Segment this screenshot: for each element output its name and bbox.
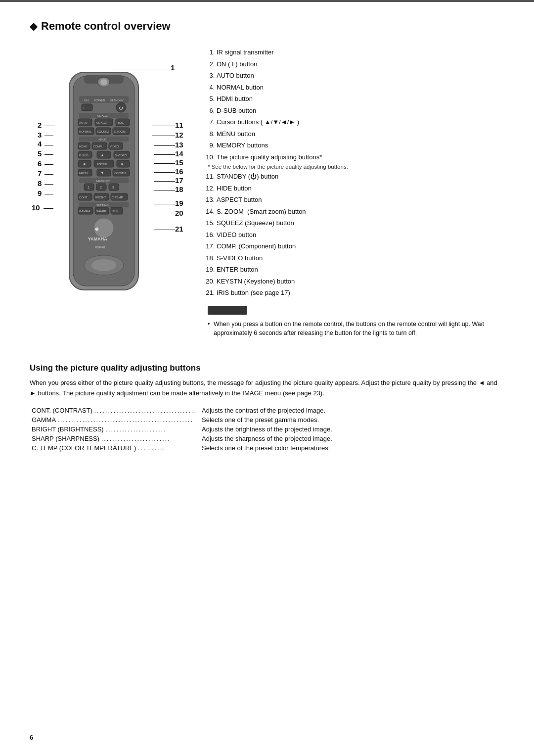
svg-text:SQUEEZ: SQUEEZ: [97, 130, 109, 133]
svg-text:⏻: ⏻: [119, 106, 123, 110]
quality-section-intro: When you press either of the picture qua…: [30, 378, 504, 399]
quality-label: BRIGHT (BRIGHTNESS) ....................…: [30, 425, 199, 434]
svg-text:MEMORY: MEMORY: [96, 180, 110, 183]
svg-text:ON: ON: [84, 99, 89, 102]
quality-label: SHARP (SHARPNESS) ......................…: [30, 434, 199, 443]
callout-17: 17: [175, 176, 183, 185]
list-item: MEMORY buttons: [217, 141, 504, 150]
items-list-2: STANDBY (⏻) button HIDE button ASPECT bu…: [208, 172, 504, 298]
list-item: IR signal transmitter: [217, 47, 504, 57]
callout-10: 10: [32, 203, 40, 212]
list-item: Cursor buttons ( ▲/▼/◄/► ): [217, 117, 504, 127]
svg-text:⊛: ⊛: [95, 227, 99, 232]
list-item: VIDEO button: [217, 230, 504, 240]
quality-table: CONT. (CONTRAST) .......................…: [30, 406, 504, 453]
page-number: 6: [30, 734, 33, 741]
svg-text:►: ►: [121, 162, 125, 166]
list-item: SQUEEZ (Squeeze) button: [217, 218, 504, 228]
remote-diagram: ON POWER STANDBY I ⏻ ASPECT AUTO ASPECT …: [30, 43, 188, 320]
quality-desc: Selects one of the preset gamma modes.: [199, 415, 504, 425]
section-title: ◆ Remote control overview: [30, 20, 504, 33]
quality-label: C. TEMP (COLOR TEMPERATURE) ..........: [30, 443, 199, 453]
list-item: HDMI button: [217, 94, 504, 104]
svg-text:ASPECT: ASPECT: [96, 121, 108, 124]
table-row: C. TEMP (COLOR TEMPERATURE) .......... S…: [30, 443, 504, 453]
section-title-text: Remote control overview: [41, 20, 171, 33]
list-item: NORMAL button: [217, 83, 504, 93]
info-box: [208, 306, 247, 315]
svg-text:RDP-81: RDP-81: [95, 246, 106, 249]
svg-text:2: 2: [100, 186, 102, 189]
svg-text:▼: ▼: [100, 171, 104, 175]
list-item: The picture quality adjusting buttons*: [217, 152, 504, 162]
list-item: D-SUB button: [217, 106, 504, 116]
quality-desc: Adjusts the contrast of the projected im…: [199, 406, 504, 415]
callout-13: 13: [175, 141, 183, 149]
table-row: CONT. (CONTRAST) .......................…: [30, 406, 504, 415]
callout-5: 5: [38, 149, 42, 158]
list-item: ON ( I ) button: [217, 59, 504, 69]
list-item: MENU button: [217, 129, 504, 139]
svg-text:3: 3: [112, 186, 114, 189]
callout-4: 4: [38, 140, 42, 148]
callout-14: 14: [175, 149, 183, 158]
svg-text:▲: ▲: [100, 153, 104, 157]
list-item: IRIS button (see page 17): [217, 288, 504, 298]
info-note: When you press a button on the remote co…: [208, 320, 504, 338]
table-row: BRIGHT (BRIGHTNESS) ....................…: [30, 425, 504, 434]
list-item: STANDBY (⏻) button: [217, 172, 504, 182]
callout-15: 15: [175, 158, 183, 167]
callout-11: 11: [175, 121, 183, 129]
callout-7: 7: [38, 169, 42, 178]
svg-text:IRIS: IRIS: [112, 210, 118, 213]
svg-text:ENTER: ENTER: [97, 163, 107, 166]
quality-label: GAMMA ..................................…: [30, 415, 199, 425]
callout-1: 1: [171, 63, 175, 72]
svg-point-4: [100, 79, 107, 85]
svg-text:VIDEO: VIDEO: [110, 145, 119, 148]
asterisk-note: * See the below for the picture quality …: [208, 164, 504, 170]
quality-desc: Adjusts the sharpness of the projected i…: [199, 434, 504, 443]
quality-section: Using the picture quality adjusting butt…: [30, 363, 504, 453]
svg-text:ASPECT: ASPECT: [97, 114, 109, 117]
list-item: KEYSTN (Keystone) button: [217, 277, 504, 286]
svg-text:STANDBY: STANDBY: [110, 99, 124, 102]
svg-text:MENU: MENU: [79, 172, 88, 175]
callout-18: 18: [175, 185, 183, 193]
svg-text:C TEMP: C TEMP: [112, 196, 123, 199]
svg-text:D-SUB: D-SUB: [79, 154, 89, 157]
svg-text:YAMAHA: YAMAHA: [88, 236, 107, 241]
diamond-icon: ◆: [30, 20, 37, 32]
svg-text:COMP.: COMP.: [93, 145, 102, 148]
callout-20: 20: [175, 209, 183, 217]
callout-8: 8: [38, 179, 42, 188]
svg-text:1: 1: [88, 186, 89, 189]
svg-text:◄: ◄: [82, 162, 86, 166]
top-border: [0, 0, 534, 2]
svg-text:POWER: POWER: [94, 99, 105, 102]
svg-text:KEYSTN: KEYSTN: [114, 172, 126, 175]
overview-layout: ON POWER STANDBY I ⏻ ASPECT AUTO ASPECT …: [30, 43, 504, 338]
quality-desc: Adjusts the brightness of the projected …: [199, 425, 504, 434]
svg-text:AUTO: AUTO: [79, 121, 88, 124]
svg-text:SETTING: SETTING: [96, 204, 109, 207]
callout-12: 12: [175, 131, 183, 139]
svg-text:CONT: CONT: [79, 196, 88, 199]
callout-2: 2: [38, 121, 42, 129]
remote-svg: ON POWER STANDBY I ⏻ ASPECT AUTO ASPECT …: [54, 43, 153, 310]
callout-19: 19: [175, 199, 183, 207]
quality-section-title: Using the picture quality adjusting butt…: [30, 363, 504, 373]
callout-6: 6: [38, 159, 42, 168]
section-divider: [30, 353, 504, 353]
svg-text:S ZOOM: S ZOOM: [114, 130, 126, 133]
callout-21: 21: [175, 225, 183, 233]
svg-text:HDMI: HDMI: [79, 145, 87, 148]
list-item: HIDE button: [217, 184, 504, 193]
svg-text:INPUT: INPUT: [98, 138, 107, 141]
callout-3: 3: [38, 131, 42, 139]
callout-16: 16: [175, 167, 183, 176]
items-list: IR signal transmitter ON ( I ) button AU…: [208, 47, 504, 162]
quality-label: CONT. (CONTRAST) .......................…: [30, 406, 199, 415]
svg-text:GAMMA: GAMMA: [79, 210, 90, 213]
svg-text:NORMAL: NORMAL: [79, 130, 92, 133]
